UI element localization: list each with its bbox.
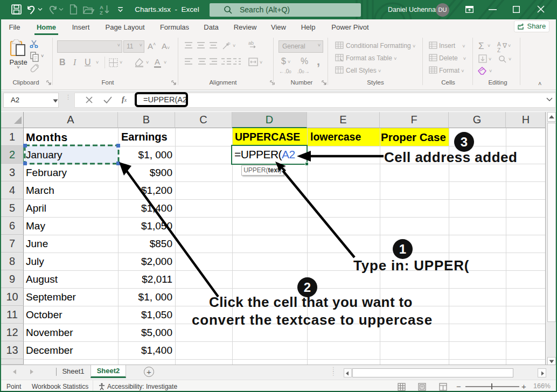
svg-text:b: b	[228, 41, 231, 46]
svg-text:Z: Z	[100, 10, 103, 15]
svg-text:ab: ab	[248, 40, 254, 46]
